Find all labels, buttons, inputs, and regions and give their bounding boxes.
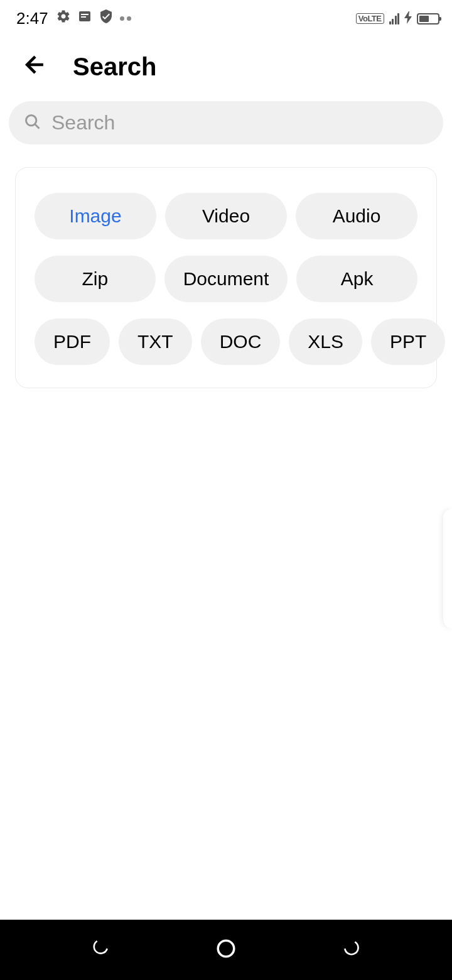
volte-icon: VoLTE xyxy=(356,13,384,24)
search-input[interactable] xyxy=(51,111,428,134)
svg-line-4 xyxy=(35,124,40,128)
filter-chip-video[interactable]: Video xyxy=(165,193,287,239)
status-time: 2:47 xyxy=(16,9,48,28)
home-button[interactable] xyxy=(215,938,237,962)
signal-icon xyxy=(389,13,400,24)
status-icons-left xyxy=(56,9,131,28)
search-icon xyxy=(24,113,41,133)
battery-icon xyxy=(417,13,439,24)
charging-icon xyxy=(404,9,412,28)
filter-chip-pdf[interactable]: PDF xyxy=(35,318,110,365)
back-nav-button[interactable] xyxy=(342,939,362,961)
page-title: Search xyxy=(73,53,156,81)
filter-row-files: Zip Document Apk xyxy=(35,256,417,302)
svg-rect-1 xyxy=(81,14,89,15)
filter-chip-apk[interactable]: Apk xyxy=(296,256,417,302)
filter-chip-ppt[interactable]: PPT xyxy=(371,318,445,365)
status-bar: 2:47 VoLTE xyxy=(0,0,452,35)
filter-chip-xls[interactable]: XLS xyxy=(289,318,362,365)
svg-rect-2 xyxy=(81,16,86,18)
back-button[interactable] xyxy=(21,51,49,82)
filter-row-media: Image Video Audio xyxy=(35,193,417,239)
header: Search xyxy=(0,35,452,101)
filter-card: Image Video Audio Zip Document Apk PDF T… xyxy=(15,167,437,388)
svg-point-5 xyxy=(218,940,234,957)
side-edge-handle[interactable] xyxy=(443,509,452,628)
svg-point-3 xyxy=(26,115,36,125)
filter-chip-doc[interactable]: DOC xyxy=(201,318,281,365)
status-bar-left: 2:47 xyxy=(16,9,131,28)
search-bar[interactable] xyxy=(9,101,443,144)
filter-chip-image[interactable]: Image xyxy=(35,193,156,239)
filter-chip-zip[interactable]: Zip xyxy=(35,256,156,302)
filter-chip-document[interactable]: Document xyxy=(164,256,288,302)
settings-icon xyxy=(56,9,71,28)
more-icon xyxy=(120,16,131,21)
recent-apps-button[interactable] xyxy=(90,939,110,961)
navigation-bar xyxy=(0,920,452,980)
status-bar-right: VoLTE xyxy=(356,9,439,28)
filter-row-formats: PDF TXT DOC XLS PPT xyxy=(35,318,417,365)
filter-chip-audio[interactable]: Audio xyxy=(296,193,417,239)
shield-check-icon xyxy=(99,9,114,28)
message-icon xyxy=(77,9,92,28)
filter-chip-txt[interactable]: TXT xyxy=(119,318,192,365)
